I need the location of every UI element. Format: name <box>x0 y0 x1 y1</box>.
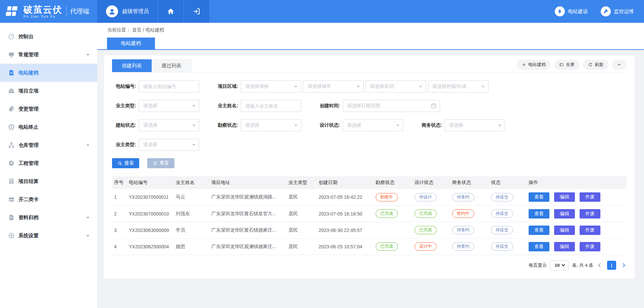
owner-cell: 学员 <box>174 222 209 238</box>
user-name: 超级管理员 <box>122 8 149 15</box>
status-badge: 待签约 <box>452 226 474 234</box>
actions-cell: 查看编辑作废 <box>527 205 627 222</box>
void-button[interactable]: 作废 <box>580 226 600 235</box>
column-header: 操作 <box>527 176 627 189</box>
edit-button[interactable]: 编辑 <box>554 242 575 251</box>
owner-type-cell: 居民 <box>286 222 317 238</box>
refresh-button[interactable]: 刷新 <box>583 60 608 70</box>
station-id-cell: YX2023062500004 <box>127 238 174 255</box>
page-tab-station-archive[interactable]: 电站建档 <box>107 38 155 49</box>
status-badge: 待提交 <box>491 242 513 251</box>
region-province-select[interactable]: 请选择省份 <box>241 80 301 93</box>
reset-button[interactable]: 重置 <box>147 158 174 168</box>
filter-row: 业主类型:请选择 <box>112 139 627 151</box>
sidebar-item-label: 工程管理 <box>18 160 90 167</box>
chevron-down-icon <box>86 215 90 220</box>
column-header: 勘察状态 <box>374 176 413 189</box>
collapse-toolbar-button[interactable] <box>612 60 627 70</box>
refresh-icon <box>588 62 593 67</box>
search-button[interactable]: 搜索 <box>112 158 139 168</box>
fullscreen-button[interactable]: 全屏 <box>554 60 580 70</box>
owner-name-input[interactable] <box>245 103 297 109</box>
build-status-select[interactable]: 请选择 <box>139 119 199 131</box>
page-size-select[interactable]: 10 <box>550 260 569 270</box>
view-button[interactable]: 查看 <box>529 209 549 219</box>
survey-status-cell <box>374 222 413 238</box>
sidebar: 控制台常规管理电站建档项目立项变更管理电站终止仓库管理工程管理项目结算开二类卡资… <box>0 23 97 308</box>
sidebar-item-target[interactable]: 电站终止 <box>0 118 97 136</box>
filter-label: 业主类型: <box>112 103 136 109</box>
select-placeholder: 请选择 <box>143 103 157 109</box>
calendar-icon <box>431 103 437 109</box>
filter-label: 创建时间: <box>316 103 340 109</box>
header-nav-wrench[interactable]: 监控运维 <box>601 6 634 16</box>
sidebar-item-monitor[interactable]: 常规管理 <box>0 46 97 64</box>
home-menu-item[interactable] <box>158 0 183 23</box>
owner-type-select[interactable]: 请选择 <box>139 100 199 112</box>
portal-label: 代理端 <box>70 7 89 16</box>
header-nav-lightning[interactable]: 电站建设 <box>555 6 588 16</box>
sidebar-item-calculator[interactable]: 项目结算 <box>0 172 97 190</box>
void-button[interactable]: 作废 <box>580 242 600 251</box>
owner-type-2-select[interactable]: 请选择 <box>139 139 199 151</box>
station-id-input[interactable] <box>143 84 195 89</box>
column-header: 设计状态 <box>413 176 450 189</box>
create-time-range-picker[interactable]: 请选择日期范围 <box>343 100 440 112</box>
address-cell: 广东深圳龙华区观澜镇观湖路... <box>209 189 286 205</box>
region-town-select[interactable]: 请选择村镇/街道 <box>428 80 488 93</box>
station-id-cell: YX2023070500011 <box>127 189 174 205</box>
sidebar-item-copy[interactable]: 变更管理 <box>0 100 97 118</box>
view-button[interactable]: 查看 <box>529 242 549 251</box>
edit-button[interactable]: 编辑 <box>554 209 575 219</box>
sidebar-item-doc[interactable]: 电站建档 <box>0 64 97 82</box>
view-button[interactable]: 查看 <box>529 226 549 235</box>
filter-actions: 搜索 重置 <box>112 158 627 168</box>
design-status-select[interactable]: 请选择 <box>343 119 403 131</box>
survey-status-cell: 已完成 <box>374 205 413 222</box>
region-city-select[interactable]: 请选择城市 <box>303 80 364 93</box>
lightning-icon <box>557 8 563 14</box>
current-page[interactable]: 1 <box>607 261 616 270</box>
select-placeholder: 请选择 <box>245 122 259 128</box>
sidebar-item-briefcase[interactable]: 项目立项 <box>0 82 97 100</box>
sidebar-item-dashboard[interactable]: 工程管理 <box>0 154 97 172</box>
business-status-cell: 待签约 <box>450 189 489 205</box>
toolbar-button-label: 刷新 <box>595 62 603 68</box>
app-subtitle: Po Jian Yun Fu <box>23 15 62 18</box>
table-row: 4YX2023062500004姚思广东深圳龙华区观澜镇姚家庄...居民2023… <box>112 238 627 255</box>
status-badge: 签约中 <box>452 209 474 218</box>
monitor-icon <box>8 51 15 58</box>
filter-group-create-time: 创建时间:请选择日期范围 <box>316 100 440 112</box>
sidebar-item-archive[interactable]: 资料归档 <box>0 208 97 227</box>
business-status-select[interactable]: 请选择 <box>445 119 505 131</box>
sidebar-item-gauge[interactable]: 控制台 <box>0 27 97 46</box>
survey-status-select[interactable]: 请选择 <box>241 119 301 131</box>
select-placeholder: 请选择 <box>143 122 157 128</box>
sidebar-item-sitemap[interactable]: 仓库管理 <box>0 136 97 154</box>
sidebar-item-settings[interactable]: 系统设置 <box>0 227 97 245</box>
edit-button[interactable]: 编辑 <box>554 192 575 202</box>
filter-group-owner-name: 业主姓名: <box>214 100 301 112</box>
filter-label: 商务状态: <box>418 122 442 128</box>
sidebar-item-label: 常规管理 <box>18 52 86 58</box>
content-card: 创建列表通过列表 电站建档全屏刷新 电站编号:项目区域:请选择省份请选择城市请选… <box>104 55 635 279</box>
sitemap-icon <box>8 142 15 148</box>
view-button[interactable]: 查看 <box>529 192 549 202</box>
create-station-button[interactable]: 电站建档 <box>517 60 551 70</box>
filter-form: 电站编号:项目区域:请选择省份请选择城市请选择县/区请选择村镇/街道业主类型:请… <box>112 80 627 151</box>
next-page-button[interactable] <box>621 263 625 267</box>
void-button[interactable]: 作废 <box>580 209 600 219</box>
edit-button[interactable]: 编辑 <box>554 226 575 235</box>
region-district-select[interactable]: 请选择县/区 <box>366 80 426 93</box>
plus-icon <box>522 62 526 67</box>
list-tab-0[interactable]: 创建列表 <box>112 59 152 72</box>
filter-label: 项目区域: <box>214 83 238 89</box>
logout-menu-item[interactable] <box>183 0 209 23</box>
user-menu-item[interactable]: 超级管理员 <box>97 0 158 23</box>
sidebar-item-card[interactable]: 开二类卡 <box>0 190 97 208</box>
list-tab-1[interactable]: 通过列表 <box>152 59 191 72</box>
void-button[interactable]: 作废 <box>580 192 600 202</box>
breadcrumb-path[interactable]: 首页 / 电站建档 <box>132 27 164 33</box>
prev-page-button[interactable] <box>598 263 602 267</box>
wrench-icon <box>603 8 609 14</box>
